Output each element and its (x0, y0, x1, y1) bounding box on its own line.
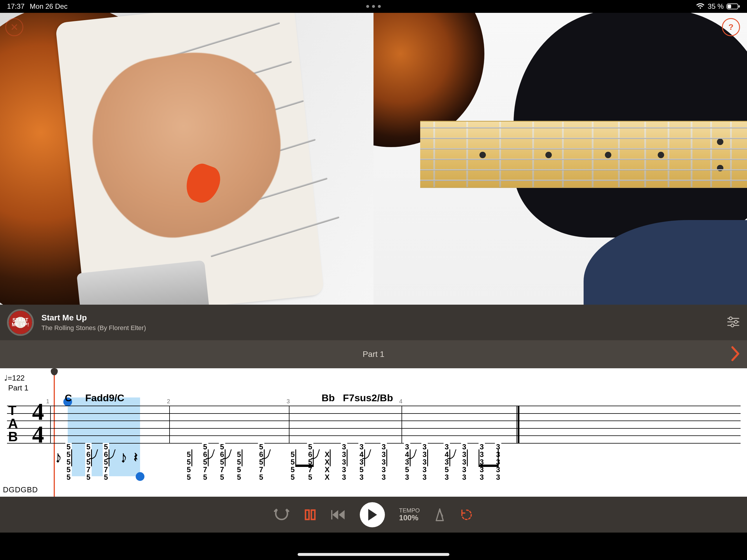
home-indicator[interactable] (298, 553, 449, 556)
rhythm-stem (264, 450, 265, 466)
rhythm-beam (479, 464, 499, 467)
bar-number: 4 (399, 398, 403, 405)
section-label: Part 1 (8, 383, 28, 392)
count-in-icon (274, 508, 290, 522)
svg-point-8 (731, 324, 734, 327)
loop-end-handle[interactable] (136, 472, 145, 481)
chevron-right-icon (731, 346, 741, 361)
next-part-button[interactable] (731, 346, 741, 362)
svg-point-6 (735, 321, 737, 323)
metronome-icon (434, 508, 445, 522)
rhythm-stem (91, 450, 92, 466)
rewind-button[interactable] (331, 509, 346, 520)
svg-rect-1 (728, 5, 731, 8)
lesson-video[interactable]: ✕ ? (0, 13, 747, 305)
speed-trainer-button[interactable] (460, 508, 473, 522)
loop-icon (304, 508, 317, 521)
tempo-value: 100% (399, 514, 420, 522)
time-signature: 44 (32, 400, 44, 446)
rhythm-stem (386, 450, 387, 466)
battery-icon (727, 3, 740, 10)
rhythm-stem (364, 450, 365, 466)
bar-number: 2 (167, 398, 170, 405)
help-icon: ? (728, 23, 733, 32)
tab-staff: TAB 44 1234 555555657556575 555556575565… (7, 406, 741, 443)
rhythm-stem (241, 450, 242, 466)
rhythm-stem (225, 450, 226, 466)
bar-number: 3 (287, 398, 290, 405)
eighth-rest: 𝆺𝅥𝅮 (56, 452, 61, 466)
svg-rect-9 (331, 510, 332, 519)
tuning-label: DGDGBD (3, 485, 38, 494)
tab-clef: TAB (8, 404, 17, 443)
status-bar: 17:37 Mon 26 Dec 35 % (0, 0, 747, 13)
rhythm-beam (295, 464, 314, 467)
wifi-icon (696, 3, 705, 10)
rhythm-stem (330, 450, 331, 466)
help-button[interactable]: ? (722, 18, 740, 36)
status-time: 17:37 (7, 2, 25, 10)
loop-button[interactable] (304, 508, 317, 521)
song-subtitle: The Rolling Stones (By Florent Elter) (42, 324, 146, 332)
bar-number: 1 (46, 398, 49, 405)
chord-label: Fadd9/C (85, 392, 124, 404)
part-label: Part 1 (363, 350, 385, 359)
svg-rect-2 (739, 5, 740, 7)
tempo-marking: ♩=122 (4, 374, 25, 383)
chord-label: C (65, 392, 72, 404)
rhythm-stem (467, 450, 468, 466)
rhythm-stem (191, 450, 192, 466)
metronome-button[interactable] (434, 508, 445, 522)
history-icon (460, 508, 473, 522)
eighth-rest: 𝆺𝅥𝅮 (121, 452, 126, 466)
tempo-button[interactable]: TEMPO 100% (399, 507, 420, 522)
tempo-label: TEMPO (399, 507, 420, 514)
chord-label: Bb (321, 392, 335, 404)
chord-label: F7sus2/Bb (343, 392, 393, 404)
status-date: Mon 26 Dec (30, 2, 68, 10)
play-icon (366, 508, 378, 521)
video-fretting-hand (374, 13, 747, 305)
play-button[interactable] (360, 502, 385, 527)
rhythm-stem (410, 450, 411, 466)
song-info-bar: START ME UP! Start Me Up The Rolling Sto… (0, 305, 747, 340)
rhythm-stem (427, 450, 428, 466)
transport-controls: TEMPO 100% (0, 497, 747, 533)
rhythm-stem (449, 450, 450, 466)
status-battery-text: 35 % (707, 2, 724, 10)
part-selector[interactable]: Part 1 (0, 340, 747, 368)
rewind-icon (331, 509, 346, 520)
close-button[interactable]: ✕ (5, 18, 23, 36)
svg-point-4 (729, 317, 732, 320)
song-artwork[interactable]: START ME UP! (7, 309, 34, 336)
rhythm-stem (347, 450, 347, 466)
video-picking-hand (0, 13, 374, 305)
song-artwork-text: START ME UP! (9, 318, 32, 327)
close-icon: ✕ (10, 22, 18, 32)
count-in-button[interactable] (274, 508, 290, 522)
rhythm-stem (108, 450, 109, 466)
rhythm-stem (208, 450, 209, 466)
rhythm-row: 𝆺𝅥𝅮𝆺𝅥𝅮𝄽 (7, 450, 741, 473)
sliders-icon (727, 316, 740, 328)
tablature-area[interactable]: ♩=122 Part 1 DGDGBD CFadd9/CBbF7sus2/Bb … (0, 368, 747, 497)
multitask-dots[interactable] (366, 5, 381, 8)
mixer-button[interactable] (727, 316, 740, 329)
rhythm-stem (71, 450, 72, 466)
song-title: Start Me Up (42, 313, 146, 323)
